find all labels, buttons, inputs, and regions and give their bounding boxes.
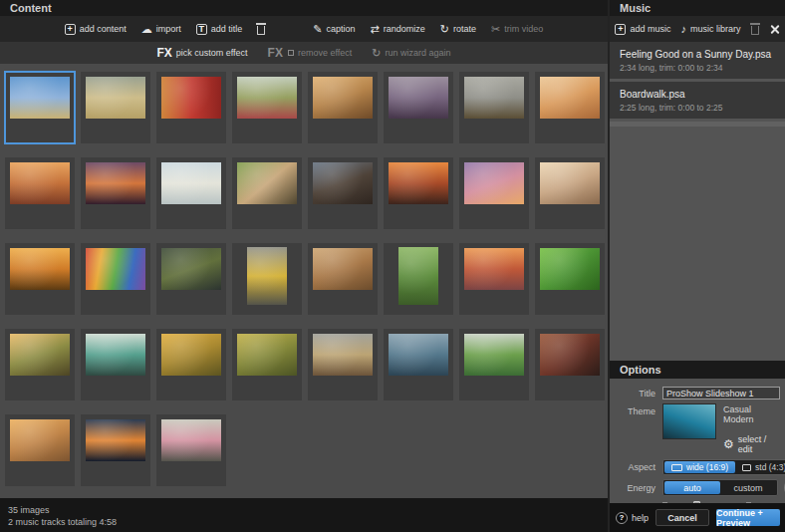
music-body: Feeling Good on a Sunny Day.psa2:34 long… <box>610 42 785 361</box>
import-button[interactable]: ☁ import <box>141 24 181 35</box>
music-track[interactable]: Feeling Good on a Sunny Day.psa2:34 long… <box>610 42 785 79</box>
wizard-rotate-icon: ↻ <box>372 48 381 59</box>
photo-image <box>389 334 448 376</box>
photo-thumbnail[interactable] <box>384 243 453 315</box>
photo-image <box>464 248 524 290</box>
photo-thumbnail[interactable] <box>5 157 75 229</box>
theme-name: Casual Modern <box>723 404 781 424</box>
photo-image <box>540 248 600 290</box>
photo-thumbnail[interactable] <box>535 243 605 315</box>
delete-content-button[interactable] <box>257 23 265 35</box>
photo-thumbnail[interactable] <box>308 329 378 400</box>
photo-image <box>247 247 287 305</box>
energy-custom-button[interactable]: custom <box>720 481 776 494</box>
photo-thumbnail[interactable] <box>232 243 302 315</box>
photo-thumbnail[interactable] <box>384 72 453 143</box>
photo-thumbnail[interactable] <box>535 329 605 400</box>
add-title-button[interactable]: T add title <box>196 24 243 35</box>
proshow-window: Content + add content ☁ import T add tit… <box>0 0 785 532</box>
photo-thumbnail[interactable] <box>535 72 605 143</box>
fx-remove-icon: FX <box>268 46 283 60</box>
photo-image <box>540 334 600 376</box>
photo-thumbnail[interactable] <box>81 414 150 486</box>
help-label: help <box>632 513 649 523</box>
photo-thumbnail[interactable] <box>81 72 150 143</box>
photo-thumbnail[interactable] <box>308 72 378 143</box>
fx-icon: FX <box>156 46 171 60</box>
photo-image <box>313 77 373 119</box>
photo-thumbnail[interactable] <box>384 329 453 400</box>
trash-icon <box>257 26 265 35</box>
photo-thumbnail[interactable] <box>232 72 302 143</box>
help-question-icon: ? <box>616 512 628 524</box>
help-button[interactable]: ? help <box>616 512 649 524</box>
photo-image <box>10 162 70 204</box>
theme-row: Theme Casual Modern ⚙ select / edit <box>610 403 781 454</box>
photo-thumbnail[interactable] <box>308 243 378 315</box>
import-label: import <box>156 24 181 34</box>
photo-image <box>313 248 373 290</box>
music-library-button[interactable]: ♪ music library <box>681 24 741 35</box>
energy-auto-button[interactable]: auto <box>664 481 720 494</box>
music-wizard-button[interactable] <box>769 24 780 35</box>
fx-toolbar: FX pick custom effect FX remove effect ↻… <box>0 42 608 64</box>
photo-thumbnail[interactable] <box>535 157 605 229</box>
photo-thumbnail[interactable] <box>5 414 75 486</box>
aspect-std-label: std (4:3) <box>755 462 785 472</box>
aspect-label: Aspect <box>610 462 655 472</box>
photo-image <box>86 162 145 204</box>
select-edit-label: select / edit <box>738 434 781 454</box>
caption-button[interactable]: ✎ caption <box>313 24 355 35</box>
photo-image <box>237 334 297 376</box>
randomize-button[interactable]: ⇄ randomize <box>371 24 425 35</box>
widescreen-icon <box>671 464 682 471</box>
remove-effect-label: remove effect <box>298 48 352 58</box>
photo-thumbnail[interactable] <box>232 157 302 229</box>
photo-thumbnail[interactable] <box>156 157 226 229</box>
rotate-icon: ↻ <box>440 24 449 35</box>
photo-thumbnail[interactable] <box>156 329 226 400</box>
photo-thumbnail[interactable] <box>156 72 226 143</box>
photo-thumbnail[interactable] <box>308 157 378 229</box>
status-music: 2 music tracks totaling 4:58 <box>8 516 608 528</box>
cancel-button[interactable]: Cancel <box>655 509 709 526</box>
photo-thumbnail[interactable] <box>232 329 302 400</box>
content-toolbar: + add content ☁ import T add title ✎ cap… <box>0 16 608 42</box>
run-wizard-again-label: run wizard again <box>386 48 451 58</box>
photo-thumbnail[interactable] <box>459 157 529 229</box>
continue-preview-button[interactable]: Continue + Preview <box>716 509 780 526</box>
photo-thumbnail[interactable] <box>459 243 529 315</box>
energy-control: auto custom <box>662 479 778 496</box>
pick-custom-effect-button[interactable]: FX pick custom effect <box>156 46 247 60</box>
photo-thumbnail[interactable] <box>5 329 75 400</box>
photo-thumbnail[interactable] <box>81 157 150 229</box>
photo-thumbnail[interactable] <box>384 157 453 229</box>
photo-thumbnail[interactable] <box>156 243 226 315</box>
photo-thumbnail[interactable] <box>459 72 529 143</box>
slideshow-title-input[interactable] <box>662 387 780 399</box>
select-edit-button[interactable]: ⚙ select / edit <box>723 434 781 454</box>
photo-grid-area <box>0 64 608 498</box>
photo-thumbnail[interactable] <box>5 243 75 315</box>
music-options-panel: Music + add music ♪ music library Feelin… <box>610 0 785 532</box>
aspect-wide-button[interactable]: wide (16:9) <box>664 461 735 473</box>
options-body: Title Theme Casual Modern ⚙ select / edi… <box>610 379 785 503</box>
aspect-std-button[interactable]: std (4:3) <box>735 461 785 473</box>
randomize-label: randomize <box>384 24 425 34</box>
photo-thumbnail[interactable] <box>459 329 529 400</box>
rotate-button[interactable]: ↻ rotate <box>440 24 476 35</box>
energy-auto-label: auto <box>683 483 701 493</box>
photo-thumbnail[interactable] <box>81 329 150 400</box>
theme-thumbnail[interactable] <box>662 403 716 439</box>
add-content-button[interactable]: + add content <box>65 24 127 35</box>
photo-thumbnail[interactable] <box>5 72 75 143</box>
photo-thumbnail[interactable] <box>81 243 150 315</box>
plus-icon: + <box>615 24 626 35</box>
photo-image <box>398 247 438 305</box>
music-track[interactable]: Boardwalk.psa2:25 long, trim: 0:00 to 2:… <box>610 82 785 119</box>
add-music-button[interactable]: + add music <box>615 24 670 35</box>
aspect-control: wide (16:9) std (4:3) <box>662 459 785 475</box>
photo-image <box>464 334 524 376</box>
rotate-label: rotate <box>453 24 476 34</box>
photo-thumbnail[interactable] <box>156 414 226 486</box>
